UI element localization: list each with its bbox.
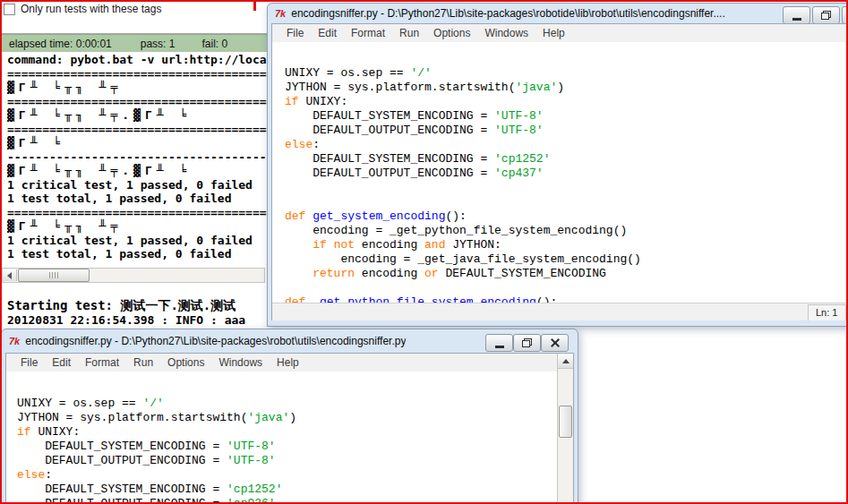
code-line: DEFAULT_OUTPUT_ENCODING = 'UTF-8' <box>285 124 848 138</box>
console-line: ========================================… <box>7 95 272 109</box>
close-icon <box>550 337 561 348</box>
menu-run[interactable]: Run <box>392 25 426 41</box>
restore-button[interactable] <box>513 334 541 352</box>
console-line: ========================================… <box>7 67 272 81</box>
code-line: if not encoding and JYTHON: <box>285 238 848 252</box>
line-number-cell: Ln: 1 <box>808 304 848 320</box>
code-line <box>285 181 848 195</box>
restore-icon <box>522 338 532 347</box>
minimize-button[interactable] <box>783 6 810 24</box>
up-arrow-icon <box>562 359 570 363</box>
code-line: JYTHON = sys.platform.startswith('java') <box>285 81 848 95</box>
console-output: command: pybot.bat -v url:http://loca===… <box>7 53 272 262</box>
restore-button[interactable] <box>812 6 840 24</box>
code-line: DEFAULT_SYSTEM_ENCODING = 'cp1252' <box>17 483 558 497</box>
code-line: def get_system_encoding(): <box>285 209 848 224</box>
tk-app-icon: 7k <box>275 9 286 19</box>
code-line: DEFAULT_SYSTEM_ENCODING = 'cp1252' <box>285 152 848 167</box>
console-line: ▓Γ╨ ╘ <box>7 136 272 150</box>
console-line: ========================================… <box>7 123 272 137</box>
code-text-bottom: UNIXY = os.sep == '/'JYTHON = sys.platfo… <box>17 397 558 504</box>
vertical-scrollbar[interactable] <box>557 354 573 504</box>
menu-options[interactable]: Options <box>160 355 211 371</box>
menu-run[interactable]: Run <box>126 355 160 371</box>
code-line: UNIXY = os.sep == '/' <box>17 397 558 411</box>
run-status-bar: elapsed time: 0:00:01 pass: 1 fail: 0 <box>2 34 270 52</box>
code-editor-bottom[interactable]: UNIXY = os.sep == '/'JYTHON = sys.platfo… <box>6 372 558 504</box>
code-line: UNIXY = os.sep == '/' <box>285 66 848 81</box>
menu-edit[interactable]: Edit <box>45 355 78 371</box>
console-line: ----------------------------------------… <box>7 150 272 165</box>
vertical-scroll-thumb[interactable] <box>559 406 572 438</box>
code-line: else: <box>285 138 848 152</box>
idle-window-robotide: 7k encodingsniffer.py - D:\Python27\Lib\… <box>267 3 848 327</box>
code-line: if UNIXY: <box>17 425 558 440</box>
menu-format[interactable]: Format <box>344 25 392 41</box>
code-line: DEFAULT_SYSTEM_ENCODING = 'UTF-8' <box>17 440 558 454</box>
code-line: DEFAULT_OUTPUT_ENCODING = 'cp936' <box>17 497 558 504</box>
elapsed-time-label: elapsed time: 0:00:01 <box>9 38 112 50</box>
annotation-red-tick <box>253 2 256 11</box>
menu-file[interactable]: File <box>279 25 311 41</box>
code-line <box>285 195 848 209</box>
console-line: 1 critical test, 1 passed, 0 failed <box>7 234 272 248</box>
console-line: ▓Γ╨ ╘╥╖ ╨╤.▓Γ╨ ╘ <box>7 164 272 178</box>
code-line: JYTHON = sys.platform.startswith('java') <box>17 411 558 425</box>
menu-help[interactable]: Help <box>535 25 572 41</box>
pass-count-label: pass: 1 <box>141 38 176 50</box>
window-client-top: FileEditFormatRunOptionsWindowsHelp UNIX… <box>271 23 848 320</box>
console-line: 1 test total, 1 passed, 0 failed <box>7 192 272 206</box>
code-line: encoding = _get_python_file_system_encod… <box>285 224 848 238</box>
restore-icon <box>821 11 831 20</box>
log-info-line: 20120831 22:16:54.398 : INFO : aaa <box>7 313 245 327</box>
titlebar-bottom[interactable]: 7k encodingsniffer.py - D:\Python27\Lib\… <box>2 329 578 353</box>
console-line: command: pybot.bat -v url:http://loca <box>7 53 272 67</box>
scroll-left-button[interactable] <box>3 269 17 281</box>
ride-run-panel: Only run tests with these tags elapsed t… <box>2 2 270 329</box>
minimize-button[interactable] <box>485 334 513 352</box>
minimize-icon <box>495 346 504 348</box>
code-line <box>285 281 848 295</box>
code-editor-top[interactable]: UNIXY = os.sep == '/'JYTHON = sys.platfo… <box>272 42 848 303</box>
code-line: else: <box>17 468 558 483</box>
close-button[interactable] <box>541 334 569 352</box>
code-line: return encoding or DEFAULT_SYSTEM_ENCODI… <box>285 267 848 281</box>
titlebar-top[interactable]: 7k encodingsniffer.py - D:\Python27\Lib\… <box>268 4 848 23</box>
only-run-tags-label: Only run tests with these tags <box>21 3 161 15</box>
console-line: 1 critical test, 1 passed, 0 failed <box>7 178 272 192</box>
menubar-top: FileEditFormatRunOptionsWindowsHelp <box>272 24 848 43</box>
menu-format[interactable]: Format <box>78 355 126 371</box>
console-line: ▓Γ╨ ╘╥╖ ╨╤ <box>7 81 272 95</box>
horizontal-scroll-thumb[interactable] <box>18 269 90 282</box>
console-line: ▓Γ╨ ╘╥╖ ╨╤.▓Γ╨ ╘ <box>7 108 272 123</box>
menu-file[interactable]: File <box>13 355 45 371</box>
fail-count-label: fail: 0 <box>201 38 227 50</box>
console-horizontal-scrollbar[interactable] <box>2 268 265 283</box>
console-line: ========================================… <box>7 206 272 220</box>
code-text-top: UNIXY = os.sep == '/'JYTHON = sys.platfo… <box>285 66 848 303</box>
tk-app-icon: 7k <box>9 337 20 346</box>
only-run-tags-checkbox[interactable] <box>4 4 15 15</box>
statusbar-top: Ln: 1 Col: 0 <box>272 303 848 320</box>
window-client-bottom: FileEditFormatRunOptionsWindowsHelp UNIX… <box>5 353 574 504</box>
code-line: if UNIXY: <box>285 95 848 109</box>
code-line: DEFAULT_OUTPUT_ENCODING = 'cp437' <box>285 167 848 181</box>
desktop: Only run tests with these tags elapsed t… <box>0 0 848 504</box>
minimize-icon <box>792 18 801 21</box>
console-line: 1 test total, 1 passed, 0 failed <box>7 247 272 261</box>
code-line: DEFAULT_SYSTEM_ENCODING = 'UTF-8' <box>285 109 848 124</box>
menu-options[interactable]: Options <box>426 25 477 41</box>
menu-windows[interactable]: Windows <box>477 25 535 41</box>
menu-help[interactable]: Help <box>270 355 306 371</box>
only-run-tags-row: Only run tests with these tags <box>4 3 161 15</box>
starting-test-line: Starting test: 测试一下.测试.测试 <box>7 298 236 314</box>
scroll-up-button[interactable] <box>558 354 573 369</box>
scroll-grip-icon <box>49 272 58 278</box>
close-button[interactable] <box>842 6 848 24</box>
window-title-top: encodingsniffer.py - D:\Python27\Lib\sit… <box>291 7 725 20</box>
menu-windows[interactable]: Windows <box>211 355 270 371</box>
idle-window-robot: 7k encodingsniffer.py - D:\Python27\Lib\… <box>1 329 578 504</box>
left-arrow-icon <box>7 272 12 279</box>
menu-edit[interactable]: Edit <box>311 25 344 41</box>
menubar-bottom: FileEditFormatRunOptionsWindowsHelp <box>6 354 573 372</box>
